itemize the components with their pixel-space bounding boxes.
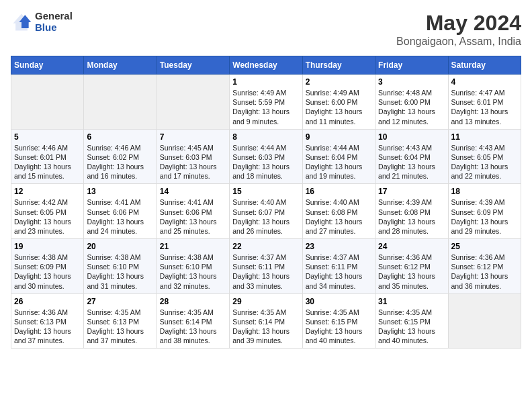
calendar-cell: 13Sunrise: 4:41 AMSunset: 6:06 PMDayligh… [84,184,157,239]
calendar-cell: 21Sunrise: 4:38 AMSunset: 6:10 PMDayligh… [157,239,229,294]
header: General Blue May 2024 Bongaigaon, Assam,… [11,11,521,48]
calendar-cell [11,75,84,130]
cell-content: Sunrise: 4:38 AMSunset: 6:09 PMDaylight:… [14,253,81,291]
cell-content: Sunrise: 4:36 AMSunset: 6:13 PMDaylight:… [14,308,81,346]
title-area: May 2024 Bongaigaon, Assam, India [396,11,521,48]
calendar-body: 1Sunrise: 4:49 AMSunset: 5:59 PMDaylight… [11,75,521,349]
day-number: 26 [14,297,81,306]
day-number: 7 [160,132,226,142]
header-day-sunday: Sunday [11,56,84,75]
calendar-cell: 2Sunrise: 4:49 AMSunset: 6:00 PMDaylight… [302,75,375,130]
day-number: 9 [306,132,372,142]
cell-content: Sunrise: 4:41 AMSunset: 6:06 PMDaylight:… [87,197,153,236]
cell-content: Sunrise: 4:36 AMSunset: 6:12 PMDaylight:… [451,253,518,291]
day-number: 22 [232,242,299,251]
calendar-cell [157,75,229,130]
cell-content: Sunrise: 4:35 AMSunset: 6:15 PMDaylight:… [378,308,445,346]
day-number: 20 [87,242,153,251]
day-number: 21 [160,242,226,251]
week-row: 5Sunrise: 4:46 AMSunset: 6:01 PMDaylight… [11,129,521,184]
calendar-cell: 15Sunrise: 4:40 AMSunset: 6:07 PMDayligh… [230,184,302,239]
day-number: 2 [306,77,372,87]
calendar-cell: 27Sunrise: 4:35 AMSunset: 6:13 PMDayligh… [84,293,157,349]
week-row: 19Sunrise: 4:38 AMSunset: 6:09 PMDayligh… [11,239,521,294]
calendar-cell: 30Sunrise: 4:35 AMSunset: 6:15 PMDayligh… [302,293,375,349]
week-row: 26Sunrise: 4:36 AMSunset: 6:13 PMDayligh… [11,293,521,349]
header-day-monday: Monday [84,56,157,75]
main-title: May 2024 [396,11,521,36]
calendar-cell: 7Sunrise: 4:45 AMSunset: 6:03 PMDaylight… [157,129,229,184]
day-number: 30 [306,297,372,306]
cell-content: Sunrise: 4:46 AMSunset: 6:02 PMDaylight:… [87,143,153,181]
day-number: 31 [378,297,445,306]
cell-content: Sunrise: 4:48 AMSunset: 6:00 PMDaylight:… [378,88,445,126]
cell-content: Sunrise: 4:44 AMSunset: 6:04 PMDaylight:… [306,143,372,181]
calendar-cell: 11Sunrise: 4:43 AMSunset: 6:05 PMDayligh… [448,129,521,184]
day-number: 10 [378,132,445,142]
day-number: 1 [232,77,299,87]
calendar-table: SundayMondayTuesdayWednesdayThursdayFrid… [11,56,521,349]
header-day-wednesday: Wednesday [230,56,302,75]
logo-general-text: General [35,11,73,22]
cell-content: Sunrise: 4:47 AMSunset: 6:01 PMDaylight:… [451,88,518,126]
cell-content: Sunrise: 4:40 AMSunset: 6:08 PMDaylight:… [306,197,372,236]
day-number: 13 [87,187,153,196]
calendar-cell: 5Sunrise: 4:46 AMSunset: 6:01 PMDaylight… [11,129,84,184]
cell-content: Sunrise: 4:45 AMSunset: 6:03 PMDaylight:… [160,143,226,181]
cell-content: Sunrise: 4:42 AMSunset: 6:05 PMDaylight:… [14,197,81,236]
day-number: 4 [451,77,518,87]
cell-content: Sunrise: 4:43 AMSunset: 6:04 PMDaylight:… [378,143,445,181]
day-number: 5 [14,132,81,142]
day-number: 27 [87,297,153,306]
cell-content: Sunrise: 4:37 AMSunset: 6:11 PMDaylight:… [232,253,299,291]
header-day-saturday: Saturday [448,56,521,75]
day-number: 16 [306,187,372,196]
week-row: 1Sunrise: 4:49 AMSunset: 5:59 PMDaylight… [11,75,521,130]
day-number: 17 [378,187,445,196]
cell-content: Sunrise: 4:38 AMSunset: 6:10 PMDaylight:… [160,253,226,291]
cell-content: Sunrise: 4:46 AMSunset: 6:01 PMDaylight:… [14,143,81,181]
calendar-cell [448,293,521,349]
calendar-cell: 20Sunrise: 4:38 AMSunset: 6:10 PMDayligh… [84,239,157,294]
calendar-cell: 19Sunrise: 4:38 AMSunset: 6:09 PMDayligh… [11,239,84,294]
calendar-cell: 18Sunrise: 4:39 AMSunset: 6:09 PMDayligh… [448,184,521,239]
calendar-cell: 4Sunrise: 4:47 AMSunset: 6:01 PMDaylight… [448,75,521,130]
logo-text: General Blue [35,11,73,33]
day-number: 6 [87,132,153,142]
cell-content: Sunrise: 4:44 AMSunset: 6:03 PMDaylight:… [232,143,299,181]
week-row: 12Sunrise: 4:42 AMSunset: 6:05 PMDayligh… [11,184,521,239]
cell-content: Sunrise: 4:39 AMSunset: 6:08 PMDaylight:… [378,197,445,236]
header-day-friday: Friday [375,56,448,75]
calendar-cell: 25Sunrise: 4:36 AMSunset: 6:12 PMDayligh… [448,239,521,294]
calendar-cell: 9Sunrise: 4:44 AMSunset: 6:04 PMDaylight… [302,129,375,184]
calendar-cell: 23Sunrise: 4:37 AMSunset: 6:11 PMDayligh… [302,239,375,294]
header-day-tuesday: Tuesday [157,56,229,75]
header-row: SundayMondayTuesdayWednesdayThursdayFrid… [11,56,521,75]
day-number: 15 [232,187,299,196]
day-number: 18 [451,187,518,196]
calendar-cell: 29Sunrise: 4:35 AMSunset: 6:14 PMDayligh… [230,293,302,349]
calendar-cell: 28Sunrise: 4:35 AMSunset: 6:14 PMDayligh… [157,293,229,349]
calendar-cell: 17Sunrise: 4:39 AMSunset: 6:08 PMDayligh… [375,184,448,239]
calendar-header: SundayMondayTuesdayWednesdayThursdayFrid… [11,56,521,75]
cell-content: Sunrise: 4:41 AMSunset: 6:06 PMDaylight:… [160,197,226,236]
calendar-cell [84,75,157,130]
cell-content: Sunrise: 4:35 AMSunset: 6:14 PMDaylight:… [232,308,299,346]
calendar-cell: 10Sunrise: 4:43 AMSunset: 6:04 PMDayligh… [375,129,448,184]
cell-content: Sunrise: 4:39 AMSunset: 6:09 PMDaylight:… [451,197,518,236]
cell-content: Sunrise: 4:35 AMSunset: 6:14 PMDaylight:… [160,308,226,346]
logo: General Blue [11,11,73,33]
cell-content: Sunrise: 4:35 AMSunset: 6:15 PMDaylight:… [306,308,372,346]
day-number: 19 [14,242,81,251]
day-number: 8 [232,132,299,142]
calendar-cell: 31Sunrise: 4:35 AMSunset: 6:15 PMDayligh… [375,293,448,349]
calendar-cell: 8Sunrise: 4:44 AMSunset: 6:03 PMDaylight… [230,129,302,184]
logo-blue-text: Blue [35,22,73,34]
day-number: 11 [451,132,518,142]
calendar-cell: 14Sunrise: 4:41 AMSunset: 6:06 PMDayligh… [157,184,229,239]
calendar-cell: 26Sunrise: 4:36 AMSunset: 6:13 PMDayligh… [11,293,84,349]
cell-content: Sunrise: 4:49 AMSunset: 5:59 PMDaylight:… [232,88,299,126]
cell-content: Sunrise: 4:43 AMSunset: 6:05 PMDaylight:… [451,143,518,181]
calendar-cell: 24Sunrise: 4:36 AMSunset: 6:12 PMDayligh… [375,239,448,294]
day-number: 23 [306,242,372,251]
